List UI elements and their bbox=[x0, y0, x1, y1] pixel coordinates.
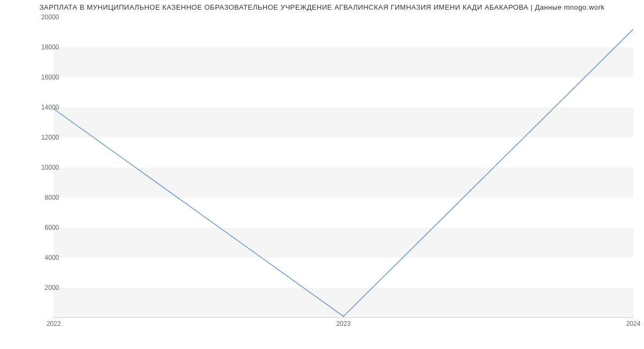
y-tick-label: 8000 bbox=[11, 194, 59, 201]
y-tick-label: 6000 bbox=[11, 224, 59, 231]
y-tick-label: 16000 bbox=[11, 74, 59, 81]
svg-rect-0 bbox=[54, 288, 633, 318]
y-tick-label: 12000 bbox=[11, 134, 59, 141]
svg-rect-1 bbox=[54, 258, 633, 288]
x-tick-label: 2023 bbox=[336, 320, 351, 328]
x-tick-label: 2024 bbox=[626, 320, 641, 328]
chart-container: ЗАРПЛАТА В МУНИЦИПИАЛЬНОЕ КАЗЕННОЕ ОБРАЗ… bbox=[0, 0, 644, 349]
y-tick-label: 20000 bbox=[11, 13, 59, 21]
y-tick-label: 18000 bbox=[11, 43, 59, 51]
y-tick-label: 4000 bbox=[11, 254, 59, 261]
svg-rect-5 bbox=[54, 137, 633, 168]
y-tick-label: 14000 bbox=[11, 104, 59, 111]
plot-area bbox=[54, 17, 633, 318]
svg-rect-4 bbox=[54, 168, 633, 198]
svg-rect-2 bbox=[54, 228, 633, 258]
svg-rect-7 bbox=[54, 77, 633, 107]
chart-title: ЗАРПЛАТА В МУНИЦИПИАЛЬНОЕ КАЗЕННОЕ ОБРАЗ… bbox=[0, 3, 644, 11]
svg-rect-6 bbox=[54, 107, 633, 137]
svg-rect-9 bbox=[54, 17, 633, 47]
y-tick-label: 10000 bbox=[11, 164, 59, 171]
y-tick-label: 2000 bbox=[11, 284, 59, 292]
x-tick-label: 2022 bbox=[47, 320, 61, 328]
svg-rect-3 bbox=[54, 198, 633, 228]
svg-rect-8 bbox=[54, 47, 633, 77]
